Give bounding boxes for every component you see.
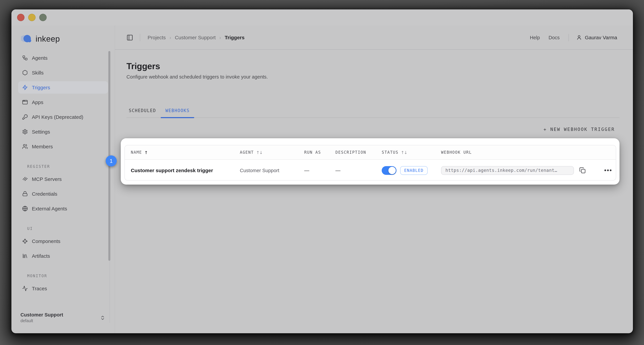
sidebar-item-mcp-servers[interactable]: MCP Servers [18, 173, 108, 185]
sidebar-item-components[interactable]: Components [18, 235, 108, 247]
status-cell: ENABLED [382, 160, 428, 181]
help-link[interactable]: Help [526, 35, 544, 40]
sidebar-item-api-keys[interactable]: API Keys (Deprecated) [18, 111, 108, 123]
screenshot-stage: inkeep Agents Skills Triggers [0, 0, 644, 345]
breadcrumb-current: Triggers [225, 35, 244, 40]
description-value: — [336, 167, 340, 173]
sidebar-item-triggers[interactable]: Triggers [18, 81, 108, 94]
header-divider [140, 34, 140, 41]
sidebar-item-label: Skills [32, 70, 44, 76]
breadcrumb: Projects › Customer Support › Triggers [148, 35, 244, 40]
table-header-row: NAME ↑ AGENT ↑↓ RUN AS DESCRIP [125, 145, 616, 160]
column-label: STATUS [382, 150, 398, 155]
status-toggle[interactable] [382, 166, 396, 175]
sidebar-item-label: Traces [32, 286, 47, 291]
sidebar-item-credentials[interactable]: Credentials [18, 188, 108, 200]
project-environment: default [20, 318, 63, 324]
sidebar-item-traces[interactable]: Traces [18, 282, 108, 295]
chevrons-up-down-icon [100, 315, 105, 320]
sidebar-section-monitor: MONITOR [27, 273, 108, 278]
sidebar-item-label: API Keys (Deprecated) [32, 114, 83, 120]
breadcrumb-project[interactable]: Customer Support [175, 35, 216, 40]
status-badge: ENABLED [400, 166, 428, 175]
components-icon [22, 238, 28, 244]
agent-name: Customer Support [240, 168, 279, 173]
run-as-cell: — [304, 160, 309, 181]
sidebar-item-label: Credentials [32, 191, 57, 197]
column-header-description: DESCRIPTION [336, 145, 366, 159]
sidebar-item-artifacts[interactable]: Artifacts [18, 250, 108, 262]
sidebar-item-settings[interactable]: Settings [18, 126, 108, 138]
column-label: WEBHOOK URL [441, 150, 472, 155]
users-icon [22, 144, 28, 149]
row-actions-button[interactable] [604, 170, 611, 171]
sidebar-section-register: REGISTER [27, 164, 108, 169]
sidebar-section-ui: UI [27, 226, 108, 231]
close-window-button[interactable] [17, 14, 24, 21]
breadcrumb-projects[interactable]: Projects [148, 35, 166, 40]
user-menu[interactable]: Gaurav Varma [576, 35, 617, 40]
sidebar-toggle-icon[interactable] [126, 34, 133, 41]
sidebar-item-apps[interactable]: Apps [18, 96, 108, 108]
tab-webhooks[interactable]: WEBHOOKS [161, 108, 194, 118]
sidebar-item-label: Components [32, 238, 60, 244]
column-header-run-as: RUN AS [304, 145, 321, 159]
trigger-tabs: SCHEDULED WEBHOOKS [126, 108, 620, 118]
inkeep-logo: inkeep [20, 33, 115, 45]
app-window: inkeep Agents Skills Triggers [12, 10, 633, 333]
window-titlebar [12, 10, 633, 26]
gear-icon [22, 129, 28, 135]
webhook-triggers-table: NAME ↑ AGENT ↑↓ RUN AS DESCRIP [124, 145, 616, 181]
sidebar-item-skills[interactable]: Skills [18, 67, 108, 79]
copy-url-button[interactable] [579, 167, 586, 174]
toggle-knob [388, 167, 396, 174]
annotation-badge-1: 1 [106, 155, 117, 166]
run-as-value: — [304, 167, 309, 173]
library-icon [22, 253, 28, 259]
annotation-spotlight: NAME ↑ AGENT ↑↓ RUN AS DESCRIP [121, 138, 620, 185]
copy-icon [579, 167, 586, 174]
main-area: Projects › Customer Support › Triggers H… [115, 26, 633, 333]
column-header-name[interactable]: NAME ↑ [131, 145, 148, 159]
sidebar-item-members[interactable]: Members [18, 140, 108, 153]
column-label: NAME [131, 150, 142, 155]
docs-link[interactable]: Docs [544, 35, 564, 40]
mcp-icon [22, 176, 28, 182]
header-divider [568, 34, 569, 41]
page-title: Triggers [126, 61, 620, 71]
activity-icon [22, 286, 28, 291]
user-name: Gaurav Varma [585, 35, 617, 40]
logo-wordmark: inkeep [36, 34, 60, 44]
table-row: Customer support zendesk trigger Custome… [125, 160, 616, 181]
breadcrumb-separator: › [170, 35, 171, 40]
sidebar-item-label: MCP Servers [32, 176, 62, 182]
column-header-agent[interactable]: AGENT ↑↓ [240, 145, 262, 159]
trigger-name: Customer support zendesk trigger [131, 167, 213, 173]
zoom-window-button[interactable] [39, 14, 46, 21]
column-header-status[interactable]: STATUS ↑↓ [382, 145, 407, 159]
sort-both-icon: ↑↓ [256, 150, 262, 155]
agents-icon [22, 55, 28, 61]
user-icon [576, 35, 582, 40]
project-name: Customer Support [20, 311, 63, 318]
project-switcher[interactable]: Customer Support default [20, 311, 105, 324]
sidebar-item-label: Settings [32, 129, 50, 135]
new-webhook-trigger-button[interactable]: + NEW WEBHOOK TRIGGER [544, 127, 615, 132]
key-icon [22, 114, 28, 120]
webhook-url-cell: https://api.agents.inkeep.com/run/tenant… [441, 160, 611, 181]
minimize-window-button[interactable] [28, 14, 36, 21]
webhook-url-input[interactable]: https://api.agents.inkeep.com/run/tenant… [441, 166, 574, 175]
page-description: Configure webhook and scheduled triggers… [126, 74, 620, 80]
sidebar-nav: Agents Skills Triggers Apps [18, 52, 108, 295]
breadcrumb-separator: › [219, 35, 221, 40]
sidebar-item-agents[interactable]: Agents [18, 52, 108, 64]
table-toolbar: + NEW WEBHOOK TRIGGER [126, 125, 620, 134]
column-label: RUN AS [304, 150, 321, 155]
inkeep-logo-icon [20, 34, 32, 44]
column-label: AGENT [240, 150, 254, 155]
tab-scheduled[interactable]: SCHEDULED [126, 108, 161, 118]
hexagon-icon [22, 70, 28, 76]
sidebar-item-external-agents[interactable]: External Agents [18, 202, 108, 215]
page-content: Triggers Configure webhook and scheduled… [115, 50, 633, 333]
trigger-name-cell: Customer support zendesk trigger [131, 160, 213, 181]
